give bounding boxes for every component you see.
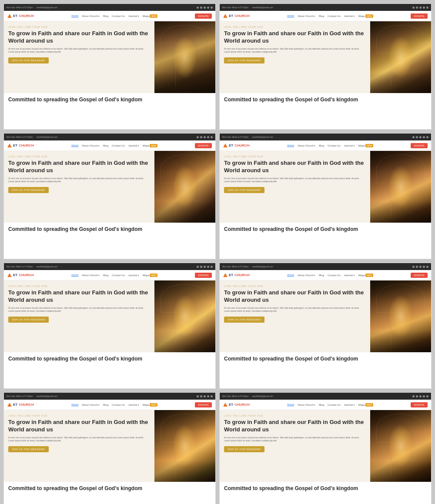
- hero-cta-7[interactable]: JOIN US THIS WEEKEND!: [8, 446, 49, 452]
- nav-home-2[interactable]: Home: [287, 14, 294, 17]
- nav-mega-8: Mega NEW: [358, 404, 373, 406]
- nav-about-8[interactable]: About Church: [298, 404, 315, 406]
- hero-cta-3[interactable]: JOIN US THIS WEEKEND!: [8, 187, 49, 193]
- nav-joomla-8[interactable]: Joomla!: [344, 404, 355, 406]
- logo-triangle-4: [223, 144, 228, 147]
- hero-image-6: [370, 280, 431, 352]
- topbar-2: Mon-Sat: 08am to 07:30pm needhelp@gmail.…: [220, 4, 431, 11]
- nav-home-6[interactable]: Home: [287, 274, 294, 277]
- hero-cta-6[interactable]: JOIN US THIS WEEKEND!: [224, 317, 264, 323]
- nav-contact-2[interactable]: Contact Us: [328, 15, 341, 17]
- nav-links-4: Home About Church Blog Contact Us Joomla…: [287, 144, 373, 147]
- nav-joomla-2[interactable]: Joomla!: [344, 15, 355, 17]
- hero-content-8: LOVE THE LORD YOUR GOD To grow in Faith …: [220, 410, 370, 482]
- nav-joomla-1[interactable]: Joomla!: [128, 15, 139, 17]
- nav-contact-4[interactable]: Contact Us: [328, 144, 341, 147]
- nav-home-1[interactable]: Home: [71, 14, 78, 17]
- nav-joomla-6[interactable]: Joomla!: [344, 274, 355, 277]
- nav-home-5[interactable]: Home: [71, 274, 78, 277]
- tw-icon-1: [200, 7, 202, 9]
- nav-home-4[interactable]: Home: [287, 144, 294, 147]
- logo-triangle-3: [7, 144, 12, 147]
- topbar-icons-2: [412, 7, 428, 9]
- donate-btn-3[interactable]: DONATE: [195, 143, 212, 148]
- nav-about-5[interactable]: About Church: [82, 274, 100, 277]
- nav-blog-3[interactable]: Blog: [103, 144, 108, 147]
- logo-2: ET CHURCH: [223, 14, 250, 18]
- nav-joomla-7[interactable]: Joomla!: [128, 404, 139, 406]
- hero-cta-4[interactable]: JOIN US THIS WEEKEND!: [224, 187, 264, 193]
- hero-image-inner-2: [370, 21, 431, 93]
- nav-mega-5: Mega NEW: [143, 274, 157, 277]
- nav-contact-3[interactable]: Contact Us: [112, 144, 125, 147]
- nav-blog-5[interactable]: Blog: [103, 274, 108, 277]
- nav-home-8[interactable]: Home: [287, 403, 294, 406]
- donate-btn-5[interactable]: DONATE: [195, 273, 212, 278]
- donate-btn-1[interactable]: DONATE: [195, 13, 212, 19]
- nav-contact-5[interactable]: Contact Us: [112, 274, 125, 277]
- hero-section-4: LOVE THE LORD YOUR GOD To grow in Faith …: [220, 151, 431, 223]
- gp-icon-8: [423, 395, 425, 397]
- nav-about-6[interactable]: About Church: [298, 274, 315, 277]
- nav-blog-6[interactable]: Blog: [319, 274, 324, 277]
- gp-icon-7: [207, 395, 209, 397]
- nav-about-7[interactable]: About Church: [82, 404, 100, 406]
- logo-triangle-2: [223, 14, 228, 18]
- nav-blog-4[interactable]: Blog: [319, 144, 324, 147]
- topbar-4: Mon-Sat: 08am to 07:30pm needhelp@gmail.…: [220, 134, 431, 140]
- mega-badge-6: NEW: [365, 274, 373, 277]
- hero-title-3: To grow in Faith and share our Faith in …: [8, 160, 150, 174]
- nav-about-1[interactable]: About Church: [82, 15, 100, 17]
- logo-8: ET CHURCH: [223, 403, 250, 407]
- hero-cta-2[interactable]: JOIN US THIS WEEKEND!: [224, 57, 264, 63]
- hero-cta-5[interactable]: JOIN US THIS WEEKEND!: [8, 317, 49, 323]
- nav-contact-1[interactable]: Contact Us: [112, 15, 125, 17]
- nav-blog-2[interactable]: Blog: [319, 15, 324, 17]
- donate-btn-7[interactable]: DONATE: [195, 402, 212, 407]
- topbar-6: Mon-Sat: 08am to 07:30pm needhelp@gmail.…: [220, 263, 431, 270]
- logo-et-3: ET: [13, 144, 17, 147]
- hero-image-inner-4: [370, 151, 431, 223]
- nav-contact-6[interactable]: Contact Us: [328, 274, 341, 277]
- nav-joomla-3[interactable]: Joomla!: [128, 144, 139, 147]
- donate-btn-6[interactable]: DONATE: [411, 273, 428, 278]
- nav-about-3[interactable]: About Church: [82, 144, 100, 147]
- nav-home-3[interactable]: Home: [71, 144, 78, 147]
- logo-church-3: CHURCH: [19, 144, 34, 147]
- nav-home-7[interactable]: Home: [71, 403, 78, 406]
- nav-contact-8[interactable]: Contact Us: [328, 404, 341, 406]
- hero-cta-8[interactable]: JOIN US THIS WEEKEND!: [224, 446, 264, 452]
- hero-cta-1[interactable]: JOIN US THIS WEEKEND!: [8, 57, 49, 63]
- donate-btn-8[interactable]: DONATE: [411, 402, 428, 407]
- logo-7: ET CHURCH: [7, 403, 34, 407]
- nav-blog-7[interactable]: Blog: [103, 404, 108, 406]
- nav-about-4[interactable]: About Church: [298, 144, 315, 147]
- yt-icon-3: [204, 136, 206, 138]
- nav-contact-7[interactable]: Contact Us: [112, 404, 125, 406]
- hero-image-inner-6: [370, 280, 431, 352]
- section-3: Committed to spreading the Gospel of God…: [4, 223, 215, 259]
- nav-blog-1[interactable]: Blog: [103, 15, 108, 17]
- logo-church-4: CHURCH: [234, 144, 250, 147]
- hero-image-inner-8: [370, 410, 431, 482]
- topbar-schedule-7: Mon-Sat: 08am to 07:30pm: [7, 395, 33, 397]
- hero-body-8: At vero eos et accusam et justo duo dolo…: [224, 436, 366, 443]
- arch-detail-7: [161, 414, 209, 442]
- topbar-1: Mon-Sat: 08am to 07:30pm needhelp@gmail.…: [4, 4, 215, 11]
- hero-section-2: LOVE THE LORD YOUR GOD To grow in Faith …: [220, 21, 431, 93]
- panel-1: Mon-Sat: 08am to 07:30pm needhelp@gmail.…: [3, 3, 216, 130]
- section-title-4: Committed to spreading the Gospel of God…: [224, 226, 427, 233]
- logo-triangle-7: [7, 403, 12, 407]
- nav-joomla-5[interactable]: Joomla!: [128, 274, 139, 277]
- nav-about-2[interactable]: About Church: [298, 15, 315, 17]
- logo-church-5: CHURCH: [19, 273, 34, 277]
- hero-body-2: At vero eos et accusam et justo duo dolo…: [224, 47, 366, 54]
- nav-links-7: Home About Church Blog Contact Us Joomla…: [71, 403, 157, 406]
- fb-icon-6: [412, 266, 415, 268]
- donate-btn-2[interactable]: DONATE: [411, 13, 428, 19]
- donate-btn-4[interactable]: DONATE: [411, 143, 428, 148]
- topbar-left-3: Mon-Sat: 08am to 07:30pm needhelp@gmail.…: [7, 136, 57, 138]
- nav-joomla-4[interactable]: Joomla!: [344, 144, 355, 147]
- nav-blog-8[interactable]: Blog: [319, 404, 324, 406]
- topbar-email-3: needhelp@gmail.com: [37, 136, 57, 138]
